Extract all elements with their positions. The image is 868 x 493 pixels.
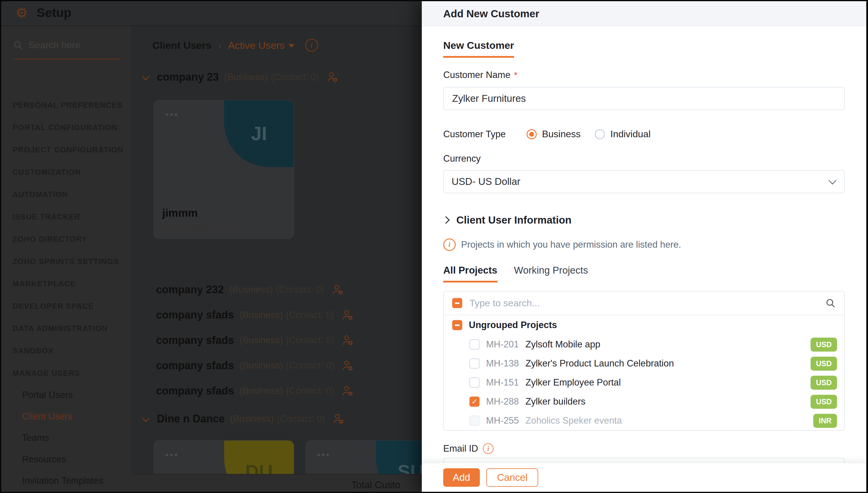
currency-badge: USD: [810, 376, 837, 390]
sidebar-item-personal-preferences[interactable]: PERSONAL PREFERENCES: [13, 94, 128, 116]
project-id: MH-138: [486, 358, 519, 369]
radio-business[interactable]: Business: [526, 129, 581, 140]
customer-name: company sfads: [156, 334, 234, 346]
card-menu-icon[interactable]: [166, 454, 177, 456]
client-user-information-section[interactable]: Client User Information: [443, 214, 845, 226]
sidebar-item-project-configuration[interactable]: PROJECT CONFIGURATION: [13, 139, 128, 161]
customer-name: company sfads: [156, 309, 234, 321]
sidebar-item-data-administration[interactable]: DATA ADMINISTRATION: [13, 317, 128, 340]
sidebar-item-developer-space[interactable]: DEVELOPER SPACE: [13, 295, 128, 317]
search-icon: [825, 298, 836, 308]
card-menu-icon[interactable]: [166, 113, 177, 116]
project-id: MH-151: [486, 377, 519, 388]
add-user-icon[interactable]: [327, 71, 339, 83]
card-menu-icon[interactable]: [318, 454, 329, 456]
tab-new-customer[interactable]: New Customer: [443, 40, 514, 58]
customer-contacts: (Contact: 0): [271, 72, 319, 83]
sidebar-search[interactable]: [13, 39, 120, 60]
sidebar-item-sandbox[interactable]: SANDBOX: [13, 340, 128, 362]
add-user-icon[interactable]: [342, 309, 354, 321]
currency-select[interactable]: USD- US Dollar: [443, 170, 845, 193]
info-icon[interactable]: i: [483, 443, 494, 454]
customer-type-row: Customer Type Business Individual: [443, 129, 845, 140]
panel-body: New Customer Customer Name* Customer Typ…: [422, 26, 866, 492]
customer-contacts: (Contact: 0): [277, 413, 325, 424]
chevron-down-icon: [828, 176, 837, 185]
customer-row[interactable]: Dine n Dance (Business) (Contact: 0): [131, 413, 344, 425]
project-checkbox[interactable]: [470, 339, 480, 349]
add-user-icon[interactable]: [342, 385, 354, 397]
currency-value: USD- US Dollar: [452, 176, 520, 187]
tab-all-projects[interactable]: All Projects: [443, 265, 497, 282]
add-user-icon[interactable]: [342, 334, 354, 346]
customer-type: (Business): [224, 72, 267, 83]
sidebar-item-client-users[interactable]: Client Users: [22, 406, 128, 427]
customer-type: (Business): [230, 413, 274, 424]
add-button[interactable]: Add: [443, 468, 480, 487]
sidebar-item-resources[interactable]: Resources: [22, 449, 128, 470]
projects-search-input[interactable]: [469, 297, 819, 309]
sidebar-item-portal-configuration[interactable]: PORTAL CONFIGURATION: [13, 116, 128, 139]
sidebar-item-automation[interactable]: AUTOMATION: [13, 184, 128, 206]
total-customers-label: Total Custo: [351, 479, 400, 491]
sidebar-item-issue-tracker[interactable]: ISSUE TRACKER: [13, 206, 128, 228]
add-user-icon[interactable]: [332, 284, 344, 296]
chevron-right-icon: [442, 216, 450, 223]
sidebar-item-customization[interactable]: CUSTOMIZATION: [13, 161, 128, 184]
breadcrumb-client-users[interactable]: Client Users: [152, 40, 211, 51]
sidebar-item-teams[interactable]: Teams: [22, 427, 128, 449]
radio-icon: [595, 129, 605, 139]
breadcrumb-active-users[interactable]: Active Users: [228, 40, 295, 51]
sidebar-item-marketplace[interactable]: MARKETPLACE: [13, 273, 128, 295]
currency-badge: USD: [810, 338, 837, 351]
project-checkbox[interactable]: [470, 415, 480, 426]
sidebar-item-zoho-directory[interactable]: ZOHO DIRECTORY: [13, 228, 128, 250]
collapse-chevron-icon[interactable]: [142, 72, 150, 80]
sidebar-search-input[interactable]: [28, 39, 112, 51]
customer-contacts: (Contact: 0): [286, 360, 334, 371]
cancel-button[interactable]: Cancel: [486, 468, 539, 487]
customer-row[interactable]: company sfads (Business) (Contact: 0): [131, 334, 354, 346]
add-user-icon[interactable]: [332, 413, 344, 425]
sidebar-item-zoho-sprints-settings[interactable]: ZOHO SPRINTS SETTINGS: [13, 250, 128, 273]
contact-card[interactable]: JI jimmm jimmm@jam.com: [154, 100, 294, 239]
project-group-row: Ungrouped Projects: [444, 315, 844, 335]
info-icon[interactable]: i: [305, 39, 318, 52]
customer-name: Dine n Dance: [157, 413, 225, 425]
customer-contacts: (Contact: 0): [286, 335, 334, 346]
customer-name-input[interactable]: [452, 92, 837, 105]
currency-badge: INR: [813, 414, 837, 428]
customer-name: company sfads: [156, 385, 234, 397]
customer-contacts: (Contact: 0): [286, 386, 334, 396]
project-name: Zylsoft Mobile app: [525, 339, 601, 350]
customer-row[interactable]: company sfads (Business) (Contact: 0): [131, 309, 354, 321]
customer-name-field[interactable]: [443, 87, 845, 110]
radio-individual[interactable]: Individual: [595, 129, 650, 140]
project-checkbox[interactable]: [470, 396, 480, 407]
tab-working-projects[interactable]: Working Projects: [514, 265, 588, 282]
customer-type-label: Customer Type: [443, 129, 506, 140]
sidebar-item-manage-users[interactable]: MANAGE USERS: [13, 362, 128, 384]
customer-row[interactable]: company 232 (Business) (Contact: 0): [131, 283, 344, 296]
customer-row[interactable]: company sfads (Business) (Contact: 0): [131, 359, 354, 372]
chevron-down-icon: [288, 44, 295, 48]
group-checkbox[interactable]: [452, 320, 462, 330]
collapse-chevron-icon[interactable]: [142, 414, 150, 422]
customer-row[interactable]: company sfads (Business) (Contact: 0): [131, 385, 354, 397]
project-name: Zylker Employee Portal: [525, 377, 621, 388]
project-row: MH-201 Zylsoft Mobile app USD: [444, 335, 844, 354]
customer-type: (Business): [229, 284, 273, 295]
customer-type: (Business): [239, 386, 283, 396]
customer-name: company 23: [157, 71, 219, 83]
project-checkbox[interactable]: [470, 378, 480, 388]
panel-header: Add New Customer: [422, 1, 866, 26]
add-user-icon[interactable]: [342, 360, 354, 371]
sidebar-item-portal-users[interactable]: Portal Users: [22, 384, 128, 406]
project-checkbox[interactable]: [470, 359, 480, 368]
project-row: MH-288 Zylker builders USD: [444, 392, 844, 411]
select-all-checkbox[interactable]: [452, 298, 462, 308]
sidebar-item-invitation-templates[interactable]: Invitation Templates: [22, 470, 128, 492]
radio-icon: [526, 129, 537, 139]
customer-row[interactable]: company 23 (Business) (Contact: 0): [131, 71, 339, 83]
breadcrumb-separator: ›: [218, 40, 221, 51]
